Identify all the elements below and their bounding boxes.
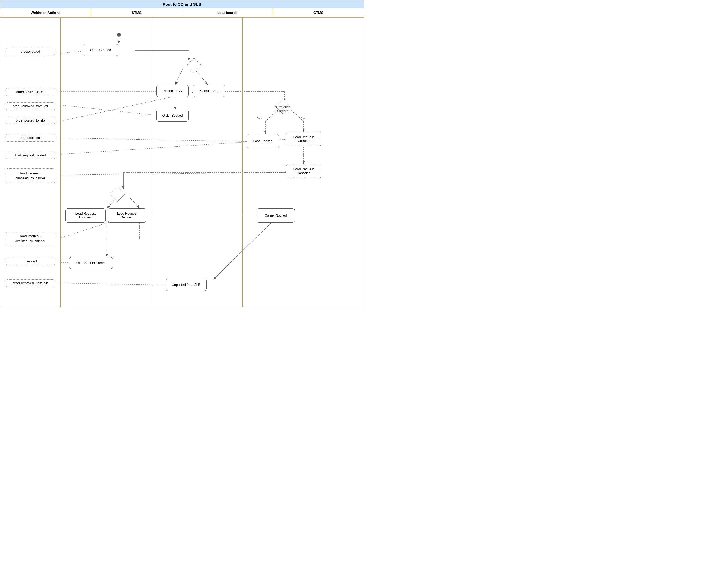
lb-order-booked: Order Booked [156,110,188,121]
wb-offer-sent: offer.sent [6,257,55,265]
diamond-label-preferred: Is PreferredCarrier? [267,105,297,113]
wb-load-request-declined: load_request.declined_by_shipper [6,232,55,246]
col-stms: Order Created Load RequestApproved Load … [61,18,152,307]
wb-order-removed-slb: order.removed_from_slb [6,279,55,287]
col-webhook: order.created order.posted_to_cd order.r… [0,18,61,307]
wb-order-booked: order.booked [6,134,55,142]
diagram-body: Yes No [0,18,364,307]
ctms-load-request-canceled: Load RequestCanceled [286,164,321,178]
diagram-title: Post to CD and SLB [0,0,364,8]
col-header-stms: STMS [91,8,182,18]
stms-offer-sent: Offer Sent to Carrier [69,257,113,269]
stms-load-request-declined: Load RequestDeclined [108,209,146,223]
stms-order-created: Order Created [83,44,118,56]
lb-unposted-slb: Unposted from SLB [165,279,207,291]
stms-load-request-approved: Load RequestApproved [65,209,106,223]
lb-posted-slb: Posted to SLB [193,85,225,97]
col-ctms: Is PreferredCarrier? Load Booked Load Re… [243,18,364,307]
ctms-carrier-notified: Carrier Notified [257,209,295,223]
ctms-load-request-created: Load RequestCreated [286,132,321,146]
lb-posted-cd: Posted to CD [156,85,188,97]
wb-order-created: order.created [6,48,55,55]
col-header-loadboards: Loadboards [182,8,273,18]
wb-load-request-canceled: load_request.canceled_by_carrier [6,168,55,183]
wb-order-posted-slb: order.posted_to_slb [6,117,55,124]
col-header-ctms: CTMS [273,8,364,18]
wb-order-posted-cd: order.posted_to_cd [6,88,55,96]
ctms-load-booked: Load Booked [247,134,279,148]
wb-load-request-created: load_request.created [6,151,55,159]
col-loadboards: Posted to CD Posted to SLB Order Booked … [152,18,243,307]
col-header-webhook: Webhook Actions [0,8,91,18]
wb-order-removed-cd: order.removed_from_cd [6,102,55,110]
